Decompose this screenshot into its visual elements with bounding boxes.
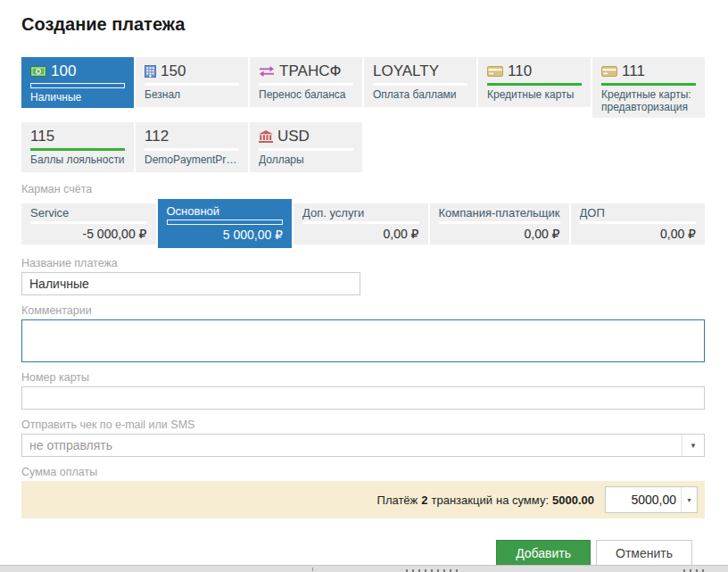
pocket-amount: 0,00 ₽ xyxy=(439,227,560,241)
credit-card-icon xyxy=(601,66,617,77)
pocket-Доп. услуги[interactable]: Доп. услуги0,00 ₽ xyxy=(294,203,428,245)
payment-type-caption: Кредитные карты xyxy=(487,88,582,101)
payment-type-caption: Баллы лояльности xyxy=(30,153,125,166)
payment-type-code: ТРАНСФ xyxy=(279,62,341,80)
payment-type-caption: Перенос баланса xyxy=(259,88,353,101)
pocket-Основной[interactable]: Основной5 000,00 ₽ xyxy=(158,199,293,248)
tile-underline xyxy=(30,221,147,224)
summary-word: 2 xyxy=(421,493,427,507)
payment-type-caption: Оплата баллами xyxy=(373,88,467,101)
tile-underline xyxy=(30,83,125,88)
cancel-button[interactable]: Отменить xyxy=(596,540,692,568)
tile-underline xyxy=(439,221,560,224)
payment-type-caption: DemoPaymentProc... xyxy=(145,153,239,166)
payment-type-code: 115 xyxy=(30,128,54,145)
payment-type-caption: Наличные xyxy=(30,91,125,104)
payment-name-label: Название платежа xyxy=(21,257,705,269)
chevron-down-icon[interactable]: ▾ xyxy=(682,435,704,456)
payment-type-LOYALTY[interactable]: LOYALTYОплата баллами xyxy=(364,57,476,107)
payment-type-100[interactable]: 100Наличные xyxy=(21,57,134,108)
pocket-name: Доп. услуги xyxy=(302,206,419,220)
credit-card-icon xyxy=(487,66,503,77)
payment-type-caption: Кредитные карты: предавторизация xyxy=(601,88,696,113)
comments-textarea[interactable] xyxy=(21,319,705,362)
payment-type-ТРАНСФ[interactable]: ТРАНСФПеренос баланса xyxy=(250,57,362,107)
tile-underline xyxy=(30,148,125,151)
sum-bar: Платёж2транзакцийна сумму:5000.00 ▾ xyxy=(21,481,705,518)
receipt-label: Отправить чек по e-mail или SMS xyxy=(21,419,705,431)
pocket-amount: 0,00 ₽ xyxy=(302,227,419,241)
tile-underline xyxy=(580,221,697,224)
bank-icon xyxy=(259,130,273,143)
summary-word: на сумму: xyxy=(496,493,549,507)
tile-underline xyxy=(145,83,239,86)
payment-type-code: LOYALTY xyxy=(373,62,439,80)
payment-type-code: 112 xyxy=(145,128,169,145)
payment-type-caption: Доллары xyxy=(259,153,353,166)
dialog-buttons: Добавить Отменить xyxy=(21,540,692,568)
payment-type-112[interactable]: 112DemoPaymentProc... xyxy=(136,122,248,172)
payment-type-caption: Безнал xyxy=(145,88,239,101)
pocket-name: Service xyxy=(30,206,147,220)
pocket-ДОП[interactable]: ДОП0,00 ₽ xyxy=(571,203,706,245)
building-icon xyxy=(145,65,156,78)
tile-underline xyxy=(259,148,353,151)
tile-underline xyxy=(145,148,239,151)
payment-type-code: 110 xyxy=(508,62,532,80)
receipt-select[interactable]: не отправлять ▾ xyxy=(21,434,705,457)
payment-name-input[interactable] xyxy=(21,272,360,295)
tile-underline xyxy=(259,83,353,86)
pocket-Компания-плательщик[interactable]: Компания-плательщик0,00 ₽ xyxy=(430,203,569,245)
pocket-amount: -5 000,00 ₽ xyxy=(30,227,147,241)
underlying-page-mark xyxy=(312,568,313,571)
payment-type-111[interactable]: 111Кредитные карты: предавторизация xyxy=(592,57,705,118)
payment-type-code: 100 xyxy=(51,62,76,80)
pocket-Service[interactable]: Service-5 000,00 ₽ xyxy=(21,203,156,245)
sum-input[interactable] xyxy=(606,487,681,512)
pockets-label: Карман счёта xyxy=(21,183,705,195)
tile-underline xyxy=(373,83,467,86)
tile-underline xyxy=(601,83,696,86)
pocket-grid: Service-5 000,00 ₽Основной5 000,00 ₽Доп.… xyxy=(21,199,705,248)
payment-type-code: 150 xyxy=(161,62,186,80)
summary-word: транзакций xyxy=(432,493,492,507)
page-title: Создание платежа xyxy=(21,12,705,36)
receipt-select-value: не отправлять xyxy=(22,435,682,456)
add-button[interactable]: Добавить xyxy=(496,540,591,568)
comments-label: Комментарии xyxy=(21,304,705,317)
payment-type-110[interactable]: 110Кредитные карты xyxy=(478,57,591,107)
pocket-name: Компания-плательщик xyxy=(439,206,560,220)
card-number-label: Номер карты xyxy=(21,371,705,384)
pocket-name: ДОП xyxy=(580,206,697,220)
payment-summary: Платёж2транзакцийна сумму:5000.00 xyxy=(374,493,594,507)
tile-underline xyxy=(167,220,284,225)
card-number-input[interactable] xyxy=(21,386,705,410)
payment-type-150[interactable]: 150Безнал xyxy=(136,57,248,107)
pocket-amount: 5 000,00 ₽ xyxy=(167,228,284,242)
summary-word: 5000.00 xyxy=(552,493,594,507)
payment-type-code: 111 xyxy=(622,62,645,80)
tile-underline xyxy=(487,83,582,86)
pocket-name: Основной xyxy=(167,204,284,218)
payment-type-115[interactable]: 115Баллы лояльности xyxy=(21,122,134,172)
underlying-page-strip xyxy=(0,565,728,572)
transfer-arrows-icon xyxy=(259,66,275,77)
create-payment-dialog: Создание платежа 100Наличные150БезналТРА… xyxy=(0,0,728,568)
payment-type-USD[interactable]: USDДоллары xyxy=(250,122,362,172)
payment-type-code: USD xyxy=(277,128,310,145)
payment-type-grid: 100Наличные150БезналТРАНСФПеренос баланс… xyxy=(21,57,705,172)
pocket-amount: 0,00 ₽ xyxy=(580,227,697,241)
cash-icon xyxy=(30,66,46,77)
summary-word: Платёж xyxy=(377,493,418,507)
sum-label: Сумма оплаты xyxy=(21,466,705,478)
sum-dropdown-icon[interactable]: ▾ xyxy=(681,487,697,512)
tile-underline xyxy=(302,221,419,224)
sum-input-wrap: ▾ xyxy=(605,486,698,513)
